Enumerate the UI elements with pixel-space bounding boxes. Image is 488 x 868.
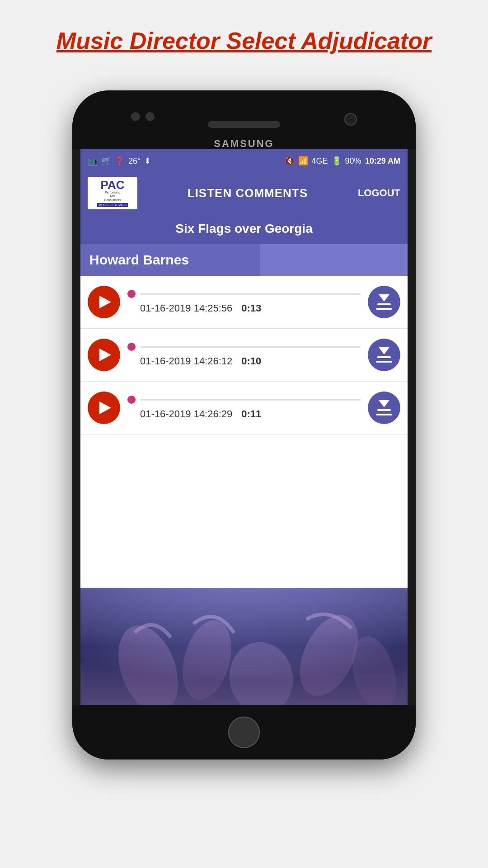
recording-info-1: 01-16-2019 14:25:56 0:13 xyxy=(127,290,361,314)
adjudicator-name: Howard Barnes xyxy=(89,252,251,268)
svg-rect-5 xyxy=(80,588,408,705)
footer-svg xyxy=(80,588,408,705)
temperature: 26° xyxy=(128,156,141,166)
recording-meta-1: 01-16-2019 14:25:56 0:13 xyxy=(127,302,361,314)
download-button-2[interactable] xyxy=(368,339,400,371)
progress-dot-1 xyxy=(127,290,136,298)
phone-speaker xyxy=(208,121,280,128)
play-icon-1 xyxy=(99,296,111,308)
download-base-3 xyxy=(376,414,392,415)
recording-duration-2: 0:10 xyxy=(241,355,261,367)
battery-level: 90% xyxy=(345,156,361,166)
phone-frame: SAMSUNG 📺 🛒 ❓ 26° ⬇ 🔇 📶 4GE 🔋 90% xyxy=(72,90,416,760)
logo-text: PerformingArtsConsultants xyxy=(97,191,128,202)
progress-bar-1 xyxy=(140,293,361,295)
mute-icon: 🔇 xyxy=(285,156,295,166)
recording-date-1: 01-16-2019 14:25:56 xyxy=(140,302,232,314)
progress-row-3 xyxy=(127,396,361,404)
venue-bar: Six Flags over Georgia xyxy=(80,213,408,244)
recording-duration-1: 0:13 xyxy=(241,302,261,314)
status-right: 🔇 📶 4GE 🔋 90% 10:29 AM xyxy=(285,156,400,166)
phone-sensors xyxy=(131,112,155,121)
play-icon-3 xyxy=(99,401,111,414)
download-button-1[interactable] xyxy=(368,286,400,318)
recording-info-2: 01-16-2019 14:26:12 0:10 xyxy=(127,343,361,367)
wifi-icon: 📶 xyxy=(298,156,308,166)
app-logo: PAC PerformingArtsConsultants MUSIC FEST… xyxy=(88,177,137,209)
logout-button[interactable]: LOGOUT xyxy=(358,187,400,199)
download-arrow-1 xyxy=(379,294,389,302)
tv-icon: 📺 xyxy=(88,156,98,166)
download-arrow-2 xyxy=(379,347,389,354)
logo-music: MUSIC FESTIVALS xyxy=(97,203,128,207)
tab-spacer xyxy=(260,244,408,276)
play-button-3[interactable] xyxy=(88,392,120,424)
recording-date-2: 01-16-2019 14:26:12 xyxy=(140,355,232,367)
progress-dot-3 xyxy=(127,396,136,404)
download-icon-2 xyxy=(376,347,392,363)
play-icon-2 xyxy=(99,349,111,361)
download-base-1 xyxy=(376,308,392,310)
screen-content: 📺 🛒 ❓ 26° ⬇ 🔇 📶 4GE 🔋 90% 10:29 AM xyxy=(80,149,408,705)
download-status-icon: ⬇ xyxy=(144,156,151,166)
adjudicator-tab-row: Howard Barnes xyxy=(80,244,408,276)
clock: 10:29 AM xyxy=(365,156,400,166)
download-button-3[interactable] xyxy=(368,392,400,424)
phone-screen: 📺 🛒 ❓ 26° ⬇ 🔇 📶 4GE 🔋 90% 10:29 AM xyxy=(80,149,408,705)
adjudicator-tab[interactable]: Howard Barnes xyxy=(80,244,260,276)
recording-item-3: 01-16-2019 14:26:29 0:11 xyxy=(80,382,408,434)
question-icon: ❓ xyxy=(115,156,125,166)
logo-inner: PAC PerformingArtsConsultants MUSIC FEST… xyxy=(97,179,128,207)
phone-bezel-bottom xyxy=(72,705,416,760)
download-line-1 xyxy=(377,303,391,305)
recording-meta-3: 01-16-2019 14:26:29 0:11 xyxy=(127,408,361,420)
recording-meta-2: 01-16-2019 14:26:12 0:10 xyxy=(127,355,361,367)
progress-row-1 xyxy=(127,290,361,298)
progress-bar-3 xyxy=(140,399,361,401)
recordings-area: 01-16-2019 14:25:56 0:13 xyxy=(80,276,408,705)
amazon-icon: 🛒 xyxy=(101,156,111,166)
download-icon-3 xyxy=(376,400,392,415)
recording-item-1: 01-16-2019 14:25:56 0:13 xyxy=(80,276,408,329)
progress-row-2 xyxy=(127,343,361,351)
status-left: 📺 🛒 ❓ 26° ⬇ xyxy=(88,156,151,166)
signal-label: 4GE xyxy=(312,156,328,166)
recording-info-3: 01-16-2019 14:26:29 0:11 xyxy=(127,396,361,420)
download-line-3 xyxy=(377,409,391,411)
recording-item-2: 01-16-2019 14:26:12 0:10 xyxy=(80,329,408,382)
download-line-2 xyxy=(377,356,391,358)
page-title: Music Director Select Adjudicator xyxy=(0,27,488,54)
app-header: PAC PerformingArtsConsultants MUSIC FEST… xyxy=(80,173,408,213)
recording-duration-3: 0:11 xyxy=(241,408,261,420)
logo-pa: PAC xyxy=(97,179,128,191)
footer-image xyxy=(80,588,408,705)
play-button-1[interactable] xyxy=(88,286,120,318)
recording-date-3: 01-16-2019 14:26:29 xyxy=(140,408,232,420)
progress-bar-2 xyxy=(140,346,361,348)
play-button-2[interactable] xyxy=(88,339,120,371)
progress-dot-2 xyxy=(127,343,136,351)
phone-camera xyxy=(344,113,357,126)
sensor-dot-1 xyxy=(131,112,140,121)
download-arrow-3 xyxy=(379,400,389,407)
download-base-2 xyxy=(376,361,392,363)
page-title-area: Music Director Select Adjudicator xyxy=(0,27,488,54)
battery-icon: 🔋 xyxy=(332,156,342,166)
venue-name: Six Flags over Georgia xyxy=(88,222,400,236)
status-bar: 📺 🛒 ❓ 26° ⬇ 🔇 📶 4GE 🔋 90% 10:29 AM xyxy=(80,149,408,173)
samsung-brand: SAMSUNG xyxy=(72,138,416,150)
sensor-dot-2 xyxy=(145,112,155,121)
home-button[interactable] xyxy=(228,717,260,748)
header-title: LISTEN COMMENTS xyxy=(143,186,352,200)
download-icon-1 xyxy=(376,294,392,310)
